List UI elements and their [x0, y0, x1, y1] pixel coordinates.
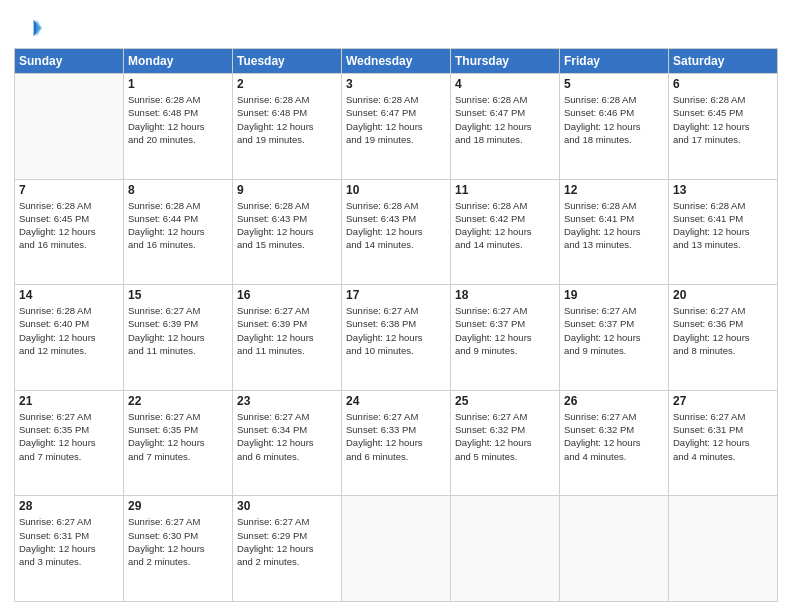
day-info: Sunrise: 6:27 AM Sunset: 6:34 PM Dayligh…	[237, 410, 337, 463]
day-number: 24	[346, 394, 446, 408]
day-number: 16	[237, 288, 337, 302]
day-info: Sunrise: 6:27 AM Sunset: 6:32 PM Dayligh…	[564, 410, 664, 463]
calendar-cell: 2Sunrise: 6:28 AM Sunset: 6:48 PM Daylig…	[233, 74, 342, 180]
day-info: Sunrise: 6:28 AM Sunset: 6:47 PM Dayligh…	[455, 93, 555, 146]
day-info: Sunrise: 6:28 AM Sunset: 6:40 PM Dayligh…	[19, 304, 119, 357]
calendar-header-row: SundayMondayTuesdayWednesdayThursdayFrid…	[15, 49, 778, 74]
day-info: Sunrise: 6:27 AM Sunset: 6:31 PM Dayligh…	[673, 410, 773, 463]
day-number: 19	[564, 288, 664, 302]
day-number: 9	[237, 183, 337, 197]
day-number: 11	[455, 183, 555, 197]
calendar-cell: 19Sunrise: 6:27 AM Sunset: 6:37 PM Dayli…	[560, 285, 669, 391]
day-number: 20	[673, 288, 773, 302]
calendar-cell: 26Sunrise: 6:27 AM Sunset: 6:32 PM Dayli…	[560, 390, 669, 496]
day-number: 2	[237, 77, 337, 91]
day-info: Sunrise: 6:27 AM Sunset: 6:39 PM Dayligh…	[128, 304, 228, 357]
calendar-cell: 21Sunrise: 6:27 AM Sunset: 6:35 PM Dayli…	[15, 390, 124, 496]
day-info: Sunrise: 6:28 AM Sunset: 6:47 PM Dayligh…	[346, 93, 446, 146]
calendar-cell: 17Sunrise: 6:27 AM Sunset: 6:38 PM Dayli…	[342, 285, 451, 391]
header	[14, 10, 778, 42]
day-info: Sunrise: 6:28 AM Sunset: 6:43 PM Dayligh…	[346, 199, 446, 252]
day-number: 22	[128, 394, 228, 408]
calendar-cell: 14Sunrise: 6:28 AM Sunset: 6:40 PM Dayli…	[15, 285, 124, 391]
day-number: 3	[346, 77, 446, 91]
calendar-cell: 29Sunrise: 6:27 AM Sunset: 6:30 PM Dayli…	[124, 496, 233, 602]
day-number: 7	[19, 183, 119, 197]
calendar-cell: 6Sunrise: 6:28 AM Sunset: 6:45 PM Daylig…	[669, 74, 778, 180]
calendar-week-1: 1Sunrise: 6:28 AM Sunset: 6:48 PM Daylig…	[15, 74, 778, 180]
calendar-header-tuesday: Tuesday	[233, 49, 342, 74]
day-info: Sunrise: 6:28 AM Sunset: 6:48 PM Dayligh…	[128, 93, 228, 146]
calendar-cell	[342, 496, 451, 602]
day-number: 23	[237, 394, 337, 408]
calendar-cell: 23Sunrise: 6:27 AM Sunset: 6:34 PM Dayli…	[233, 390, 342, 496]
calendar-cell: 7Sunrise: 6:28 AM Sunset: 6:45 PM Daylig…	[15, 179, 124, 285]
calendar-week-3: 14Sunrise: 6:28 AM Sunset: 6:40 PM Dayli…	[15, 285, 778, 391]
day-number: 13	[673, 183, 773, 197]
calendar-cell: 15Sunrise: 6:27 AM Sunset: 6:39 PM Dayli…	[124, 285, 233, 391]
day-number: 30	[237, 499, 337, 513]
svg-marker-1	[36, 20, 42, 37]
day-info: Sunrise: 6:27 AM Sunset: 6:30 PM Dayligh…	[128, 515, 228, 568]
calendar-cell: 5Sunrise: 6:28 AM Sunset: 6:46 PM Daylig…	[560, 74, 669, 180]
calendar-week-5: 28Sunrise: 6:27 AM Sunset: 6:31 PM Dayli…	[15, 496, 778, 602]
calendar-cell: 24Sunrise: 6:27 AM Sunset: 6:33 PM Dayli…	[342, 390, 451, 496]
calendar-cell: 8Sunrise: 6:28 AM Sunset: 6:44 PM Daylig…	[124, 179, 233, 285]
calendar-cell: 25Sunrise: 6:27 AM Sunset: 6:32 PM Dayli…	[451, 390, 560, 496]
day-info: Sunrise: 6:27 AM Sunset: 6:35 PM Dayligh…	[128, 410, 228, 463]
calendar-cell: 12Sunrise: 6:28 AM Sunset: 6:41 PM Dayli…	[560, 179, 669, 285]
calendar-cell: 1Sunrise: 6:28 AM Sunset: 6:48 PM Daylig…	[124, 74, 233, 180]
calendar-cell: 20Sunrise: 6:27 AM Sunset: 6:36 PM Dayli…	[669, 285, 778, 391]
day-info: Sunrise: 6:27 AM Sunset: 6:29 PM Dayligh…	[237, 515, 337, 568]
day-info: Sunrise: 6:28 AM Sunset: 6:43 PM Dayligh…	[237, 199, 337, 252]
day-number: 4	[455, 77, 555, 91]
day-number: 26	[564, 394, 664, 408]
calendar-cell: 4Sunrise: 6:28 AM Sunset: 6:47 PM Daylig…	[451, 74, 560, 180]
calendar-cell	[560, 496, 669, 602]
day-number: 17	[346, 288, 446, 302]
day-info: Sunrise: 6:27 AM Sunset: 6:32 PM Dayligh…	[455, 410, 555, 463]
day-number: 6	[673, 77, 773, 91]
calendar-header-saturday: Saturday	[669, 49, 778, 74]
logo	[14, 14, 44, 42]
calendar-cell: 28Sunrise: 6:27 AM Sunset: 6:31 PM Dayli…	[15, 496, 124, 602]
day-number: 25	[455, 394, 555, 408]
day-info: Sunrise: 6:28 AM Sunset: 6:48 PM Dayligh…	[237, 93, 337, 146]
day-info: Sunrise: 6:28 AM Sunset: 6:41 PM Dayligh…	[564, 199, 664, 252]
day-info: Sunrise: 6:27 AM Sunset: 6:37 PM Dayligh…	[564, 304, 664, 357]
calendar-cell: 3Sunrise: 6:28 AM Sunset: 6:47 PM Daylig…	[342, 74, 451, 180]
calendar-cell: 13Sunrise: 6:28 AM Sunset: 6:41 PM Dayli…	[669, 179, 778, 285]
calendar-cell: 16Sunrise: 6:27 AM Sunset: 6:39 PM Dayli…	[233, 285, 342, 391]
calendar-week-2: 7Sunrise: 6:28 AM Sunset: 6:45 PM Daylig…	[15, 179, 778, 285]
day-info: Sunrise: 6:27 AM Sunset: 6:38 PM Dayligh…	[346, 304, 446, 357]
day-number: 21	[19, 394, 119, 408]
day-info: Sunrise: 6:28 AM Sunset: 6:44 PM Dayligh…	[128, 199, 228, 252]
calendar-cell	[15, 74, 124, 180]
calendar-header-sunday: Sunday	[15, 49, 124, 74]
day-info: Sunrise: 6:27 AM Sunset: 6:33 PM Dayligh…	[346, 410, 446, 463]
calendar-cell: 9Sunrise: 6:28 AM Sunset: 6:43 PM Daylig…	[233, 179, 342, 285]
calendar-cell	[451, 496, 560, 602]
day-info: Sunrise: 6:28 AM Sunset: 6:42 PM Dayligh…	[455, 199, 555, 252]
day-info: Sunrise: 6:28 AM Sunset: 6:45 PM Dayligh…	[673, 93, 773, 146]
day-number: 18	[455, 288, 555, 302]
day-number: 12	[564, 183, 664, 197]
day-number: 15	[128, 288, 228, 302]
day-number: 8	[128, 183, 228, 197]
day-info: Sunrise: 6:27 AM Sunset: 6:39 PM Dayligh…	[237, 304, 337, 357]
day-number: 28	[19, 499, 119, 513]
day-number: 1	[128, 77, 228, 91]
day-info: Sunrise: 6:28 AM Sunset: 6:45 PM Dayligh…	[19, 199, 119, 252]
calendar-cell: 22Sunrise: 6:27 AM Sunset: 6:35 PM Dayli…	[124, 390, 233, 496]
calendar-cell: 27Sunrise: 6:27 AM Sunset: 6:31 PM Dayli…	[669, 390, 778, 496]
calendar-cell: 11Sunrise: 6:28 AM Sunset: 6:42 PM Dayli…	[451, 179, 560, 285]
day-number: 29	[128, 499, 228, 513]
calendar-cell	[669, 496, 778, 602]
day-number: 14	[19, 288, 119, 302]
calendar-header-friday: Friday	[560, 49, 669, 74]
day-info: Sunrise: 6:27 AM Sunset: 6:31 PM Dayligh…	[19, 515, 119, 568]
page: SundayMondayTuesdayWednesdayThursdayFrid…	[0, 0, 792, 612]
logo-icon	[14, 14, 42, 42]
day-info: Sunrise: 6:28 AM Sunset: 6:46 PM Dayligh…	[564, 93, 664, 146]
calendar-cell: 30Sunrise: 6:27 AM Sunset: 6:29 PM Dayli…	[233, 496, 342, 602]
